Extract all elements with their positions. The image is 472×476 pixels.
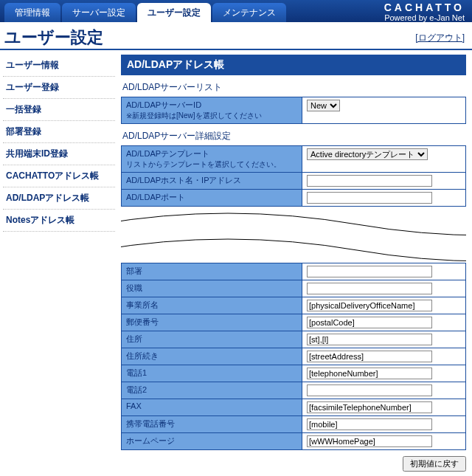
template-label: AD/LDAPテンプレート リストからテンプレートを選択してください。	[122, 146, 302, 173]
attr-input-0[interactable]	[307, 266, 432, 277]
host-label: AD/LDAPホスト名・IPアドレス	[122, 173, 302, 190]
top-tabs: 管理情報 サーバー設定 ユーザー設定 メンテナンス CACHATTO Power…	[0, 0, 472, 22]
main-heading: AD/LDAPアドレス帳	[121, 55, 466, 75]
port-input[interactable]	[307, 192, 432, 204]
section-detail: AD/LDAPサーバー詳細設定	[122, 130, 466, 142]
attr-input-9[interactable]	[307, 418, 432, 430]
attr-label-5: 住所続き	[122, 348, 302, 365]
side-notes-ab[interactable]: Notesアドレス帳	[3, 210, 115, 232]
side-userinfo[interactable]: ユーザー情報	[3, 55, 115, 77]
attr-label-9: 携帯電話番号	[122, 416, 302, 433]
attr-label-0: 部署	[122, 263, 302, 280]
side-dept[interactable]: 部署登録	[3, 121, 115, 143]
tab-user[interactable]: ユーザー設定	[137, 3, 211, 22]
host-input[interactable]	[307, 175, 432, 187]
reset-button[interactable]: 初期値に戻す	[403, 456, 466, 472]
side-userreg[interactable]: ユーザー登録	[3, 77, 115, 99]
attr-label-2: 事業所名	[122, 297, 302, 314]
side-bulk[interactable]: 一括登録	[3, 99, 115, 121]
attr-input-2[interactable]	[307, 300, 432, 311]
tab-admin[interactable]: 管理情報	[4, 3, 60, 22]
attr-input-7[interactable]	[307, 384, 432, 396]
attr-label-1: 役職	[122, 280, 302, 297]
attr-input-4[interactable]	[307, 334, 432, 345]
attr-input-8[interactable]	[307, 401, 432, 413]
attr-input-3[interactable]	[307, 317, 432, 328]
template-select[interactable]: Active directoryテンプレート	[307, 148, 428, 160]
section-serverlist: AD/LDAPサーバーリスト	[122, 81, 466, 94]
attr-input-6[interactable]	[307, 368, 432, 379]
attr-input-10[interactable]	[307, 435, 432, 447]
port-label: AD/LDAPポート	[122, 190, 302, 207]
tab-server[interactable]: サーバー設定	[62, 3, 136, 22]
tab-maint[interactable]: メンテナンス	[212, 3, 286, 22]
serverid-select[interactable]: New	[307, 100, 340, 111]
side-cachatto-ab[interactable]: CACHATTOアドレス帳	[3, 165, 115, 187]
attr-label-4: 住所	[122, 331, 302, 348]
serverid-label: AD/LDAPサーバーID ※新規登録時は[New]を選択してください	[122, 97, 302, 124]
brand: CACHATTO Powered by e-Jan Net	[384, 1, 465, 22]
logout-link[interactable]: [ログアウト]	[415, 32, 465, 44]
attr-label-6: 電話1	[122, 365, 302, 382]
attr-label-10: ホームページ	[122, 433, 302, 450]
side-shared[interactable]: 共用端末ID登録	[3, 143, 115, 165]
attr-label-3: 郵便番号	[122, 314, 302, 331]
attr-input-1[interactable]	[307, 283, 432, 294]
page-title: ユーザー設定	[4, 27, 103, 49]
wave-cut-icon	[121, 210, 466, 261]
sidebar: ユーザー情報 ユーザー登録 一括登録 部署登録 共用端末ID登録 CACHATT…	[0, 50, 118, 476]
attr-label-8: FAX	[122, 399, 302, 416]
attr-input-5[interactable]	[307, 351, 432, 362]
side-adldap-ab[interactable]: AD/LDAPアドレス帳	[3, 187, 115, 210]
attr-label-7: 電話2	[122, 382, 302, 399]
